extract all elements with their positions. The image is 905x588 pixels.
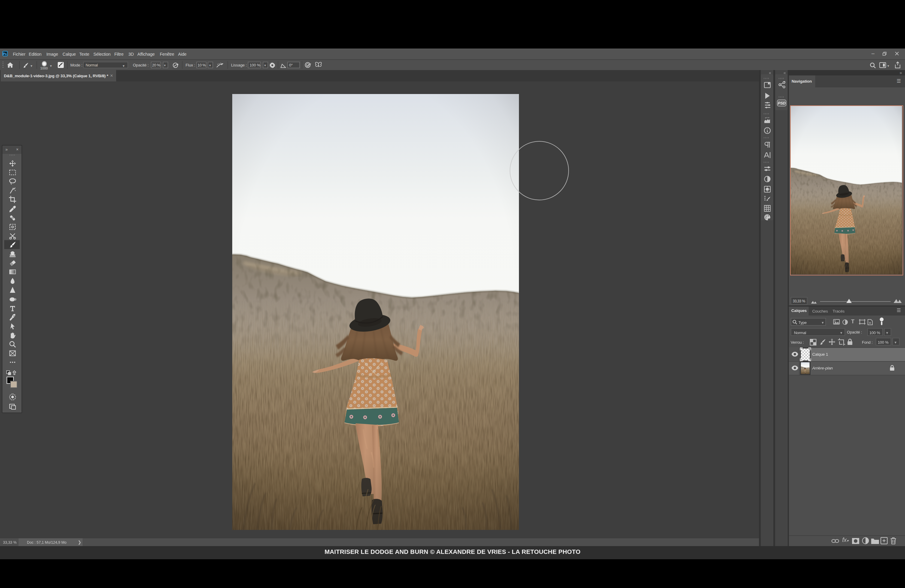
svg-text:PSD: PSD xyxy=(778,100,786,105)
